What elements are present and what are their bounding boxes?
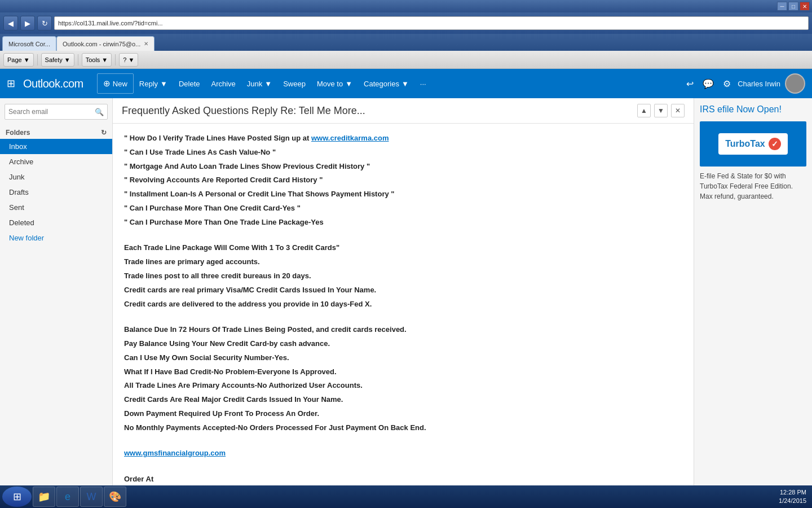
chat-icon[interactable]: 💬 [700,76,716,91]
body-line-18: Credit Cards Are Real Major Credit Cards… [124,394,682,406]
body-line-7: " Can I Purchase More Than One Trade Lin… [124,217,682,229]
body-line-17: All Trade Lines Are Primary Accounts-No … [124,380,682,392]
junk-button[interactable]: Junk ▼ [241,73,277,94]
body-order-line: Order At [124,474,682,485]
body-line-14: Pay Balance Using Your New Credit Card-b… [124,338,682,350]
new-folder-link[interactable]: New folder [0,230,112,246]
settings-icon[interactable]: ⚙ [721,76,733,91]
search-input[interactable] [8,108,95,116]
email-area: Frequently Asked Questions Reply Re: Tel… [113,98,694,491]
help-label: ? [123,56,126,63]
sweep-label: Sweep [283,80,306,88]
tools-button[interactable]: Tools ▼ [82,53,112,67]
nav-up-button[interactable]: ▼ [654,104,668,117]
tools-arrow-icon: ▼ [102,56,108,63]
browser-addressbar: ◀ ▶ ↻ https://col131.mail.live.com/?tid=… [0,12,812,34]
body-line-4: " Revolving Accounts Are Reported Credit… [124,174,682,186]
back-button[interactable]: ◀ [3,16,18,30]
email-title-bar: Frequently Asked Questions Reply Re: Tel… [113,98,694,124]
new-button[interactable]: ⊕ New [97,73,134,94]
safety-button[interactable]: Safety ▼ [41,53,74,67]
minimize-button[interactable]: ─ [777,2,787,11]
moveto-arrow-icon: ▼ [345,80,352,88]
body-line-20: No Monthly Payments Accepted-No Orders P… [124,422,682,434]
toolbar-separator-2 [78,54,78,65]
search-box[interactable]: 🔍 [5,104,108,120]
sidebar-item-sent[interactable]: Sent [0,200,112,215]
moveto-label: Move to [317,80,343,88]
body-line-1: " How Do I Verify Trade Lines Have Poste… [124,133,682,144]
start-button[interactable]: ⊞ [2,487,32,507]
tab-2-close-icon[interactable]: ✕ [144,41,148,47]
sidebar-item-junk[interactable]: Junk [0,169,112,185]
sidebar-item-drafts[interactable]: Drafts [0,185,112,200]
gms-link[interactable]: www.gmsfinancialgroup.com [124,449,226,457]
archive-button[interactable]: Archive [205,73,241,94]
email-navigation: ▲ ▼ ✕ [637,104,685,117]
body-line-16: What If I Have Bad Credit-No Problem-Eve… [124,366,682,378]
maximize-button[interactable]: □ [788,2,798,11]
taskbar-icon-word[interactable]: W [80,487,103,507]
sweep-button[interactable]: Sweep [277,73,311,94]
sidebar-item-archive[interactable]: Archive [0,154,112,169]
sidebar-item-deleted[interactable]: Deleted [0,215,112,230]
header-right: ↩ 💬 ⚙ Charles Irwin [684,73,805,94]
taskbar-icon-explorer[interactable]: 📁 [33,487,55,507]
reload-button[interactable]: ↻ [37,16,52,30]
page-arrow-icon: ▼ [24,56,30,63]
tab-1-label: Microsoft Cor... [8,41,50,47]
tab-1[interactable]: Microsoft Cor... [2,36,56,51]
reply-button[interactable]: Reply ▼ [134,73,173,94]
email-body: " How Do I Verify Trade Lines Have Poste… [113,124,694,491]
ad-title: IRS efile Now Open! [700,104,806,116]
ad-image[interactable]: TurboTax ✓ [700,121,806,167]
close-button[interactable]: ✕ [800,2,810,11]
nav-down-button[interactable]: ✕ [671,104,685,117]
delete-button[interactable]: Delete [173,73,206,94]
junk-arrow-icon: ▼ [264,80,272,88]
sidebar: 🔍 Folders ↻ Inbox Archive Junk Drafts Se… [0,98,113,491]
body-line-5: " Installment Loan-Is A Personal or Cred… [124,189,682,200]
categories-label: Categories [364,80,399,88]
user-avatar[interactable] [785,73,805,94]
grid-icon[interactable]: ⊞ [7,77,15,90]
taskbar-icon-ie[interactable]: e [56,487,79,507]
moveto-button[interactable]: Move to ▼ [311,73,358,94]
browser-titlebar: ─ □ ✕ [0,0,812,12]
address-text: https://col131.mail.live.com/?tid=cmi... [58,20,805,27]
tab-2[interactable]: Outlook.com - cirwin75@o... ✕ [56,36,155,51]
archive-label: Archive [211,80,235,88]
body-line-6: " Can I Purchase More Than One Credit Ca… [124,203,682,214]
turbotax-name: TurboTax [725,139,765,149]
reply-label: Reply [139,80,158,88]
categories-button[interactable]: Categories ▼ [358,73,414,94]
body-line-15: Can I Use My Own Social Security Number-… [124,352,682,364]
body-line-11: Credit cards are real primary Visa/MC Cr… [124,284,682,296]
toolbar-separator-3 [115,54,116,65]
search-icon[interactable]: 🔍 [95,108,104,116]
turbotax-logo: TurboTax ✓ [718,133,788,155]
body-line-19: Down Payment Required Up Front To Proces… [124,408,682,420]
help-button[interactable]: ? ▼ [119,53,138,67]
expand-icon[interactable]: ▲ [637,104,651,117]
body-line-2: " Can I Use Trade Lines As Cash Value-No… [124,147,682,159]
folders-label: Folders [6,129,30,137]
more-button[interactable]: ··· [414,73,432,94]
safety-label: Safety [45,56,63,63]
new-label: New [113,80,127,88]
creditkarma-link[interactable]: www.creditkarma.com [311,134,389,142]
new-plus-icon: ⊕ [103,78,111,89]
main-container: 🔍 Folders ↻ Inbox Archive Junk Drafts Se… [0,98,812,491]
undo-icon[interactable]: ↩ [684,76,696,91]
sidebar-item-inbox[interactable]: Inbox [0,139,112,154]
address-bar[interactable]: https://col131.mail.live.com/?tid=cmi... [54,16,809,30]
categories-arrow-icon: ▼ [401,80,409,88]
browser-toolbar: Page ▼ Safety ▼ Tools ▼ ? ▼ [0,51,812,69]
taskbar-icon-paint[interactable]: 🎨 [104,487,126,507]
forward-button[interactable]: ▶ [20,16,35,30]
page-button[interactable]: Page ▼ [3,53,34,67]
taskbar: ⊞ 📁 e W 🎨 12:28 PM 1/24/2015 [0,485,812,508]
taskbar-right: 12:28 PM 1/24/2015 [779,488,810,506]
refresh-icon[interactable]: ↻ [101,129,107,137]
body-line-10: Trade lines post to all three credit bur… [124,270,682,282]
